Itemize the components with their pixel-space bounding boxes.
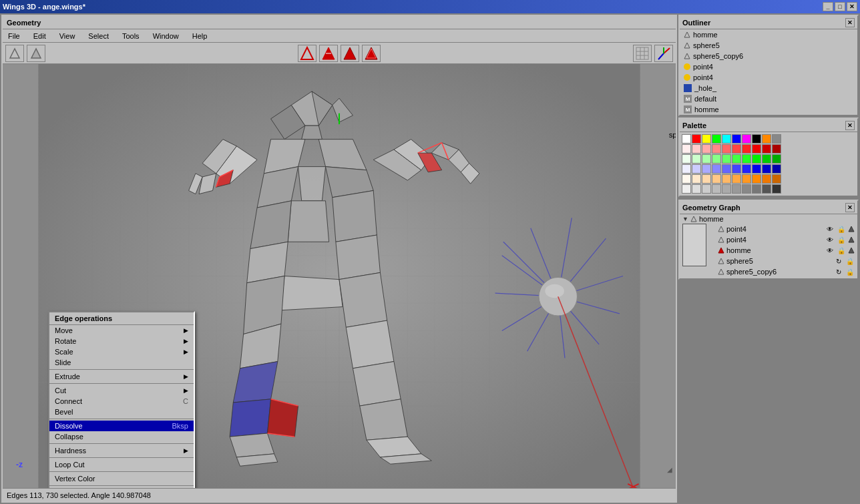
color-cell-21[interactable] (692, 154, 701, 164)
color-cell-51[interactable] (692, 184, 701, 194)
cm-item-cut[interactable]: Cut ▶ (49, 385, 194, 396)
cm-item-scale[interactable]: Scale ▶ (49, 346, 194, 357)
color-cell-28[interactable] (762, 154, 771, 164)
color-cell-34[interactable] (722, 164, 731, 174)
color-cell-26[interactable] (742, 154, 751, 164)
color-cell-27[interactable] (752, 154, 761, 164)
color-cell-53[interactable] (712, 184, 721, 194)
lock-icon-sphere5[interactable]: 🔒 (845, 256, 855, 266)
menu-edit[interactable]: Edit (31, 31, 49, 41)
view-mode-smooth[interactable] (341, 45, 359, 62)
refresh-icon-sphere5[interactable]: ↻ (834, 256, 843, 266)
color-cell-22[interactable] (702, 154, 711, 164)
cm-item-loopcut[interactable]: Loop Cut (49, 459, 194, 470)
color-cell-46[interactable] (742, 174, 751, 184)
color-cell-36[interactable] (742, 164, 751, 174)
color-cell-7[interactable] (752, 134, 761, 144)
color-cell-47[interactable] (752, 174, 761, 184)
redo-button[interactable] (27, 45, 45, 62)
cm-item-connect[interactable]: Connect C (49, 396, 194, 407)
expand-icon-root[interactable]: ▼ (682, 216, 688, 222)
outliner-close-button[interactable]: ✕ (845, 18, 855, 27)
color-cell-12[interactable] (702, 144, 711, 154)
outliner-item-default[interactable]: M default (680, 93, 857, 104)
cm-item-collapse[interactable]: Collapse (49, 431, 194, 442)
color-cell-0[interactable] (682, 134, 691, 144)
cm-item-extrude[interactable]: Extrude ▶ (49, 371, 194, 382)
cm-item-bevel[interactable]: Bevel (49, 407, 194, 417)
color-cell-15[interactable] (732, 144, 741, 154)
maximize-button[interactable]: □ (835, 2, 845, 11)
color-cell-42[interactable] (702, 174, 711, 184)
geometry-graph-close-button[interactable]: ✕ (845, 203, 855, 212)
color-cell-25[interactable] (732, 154, 741, 164)
color-cell-44[interactable] (722, 174, 731, 184)
menu-view[interactable]: View (57, 31, 78, 41)
refresh-icon-sphere5copy6[interactable]: ↻ (834, 267, 843, 276)
color-cell-16[interactable] (742, 144, 751, 154)
lock-icon-point4a[interactable]: 🔒 (837, 224, 846, 234)
color-cell-13[interactable] (712, 144, 721, 154)
grid-button[interactable] (633, 45, 652, 62)
color-cell-38[interactable] (762, 164, 771, 174)
color-cell-20[interactable] (682, 154, 691, 164)
color-cell-52[interactable] (702, 184, 711, 194)
eye-icon-point4b[interactable]: 👁 (825, 235, 835, 244)
color-cell-57[interactable] (752, 184, 761, 194)
color-cell-32[interactable] (702, 164, 711, 174)
eye-icon-homme[interactable]: 👁 (825, 246, 835, 255)
menu-window[interactable]: Window (150, 31, 182, 41)
color-cell-50[interactable] (682, 184, 691, 194)
color-cell-56[interactable] (742, 184, 751, 194)
outliner-item-point4a[interactable]: point4 (680, 61, 857, 72)
color-cell-49[interactable] (772, 174, 781, 184)
resize-handle[interactable]: ◢ (667, 466, 675, 474)
color-cell-23[interactable] (712, 154, 721, 164)
lock-icon-point4b[interactable]: 🔒 (837, 235, 846, 244)
view-mode-outline[interactable] (298, 45, 316, 62)
color-cell-35[interactable] (732, 164, 741, 174)
color-cell-3[interactable] (712, 134, 721, 144)
color-cell-55[interactable] (732, 184, 741, 194)
color-cell-30[interactable] (682, 164, 691, 174)
tri-up-icon-point4b[interactable] (848, 236, 855, 243)
color-cell-2[interactable] (702, 134, 711, 144)
color-cell-17[interactable] (752, 144, 761, 154)
outliner-item-hole[interactable]: _hole_ (680, 83, 857, 93)
color-cell-41[interactable] (692, 174, 701, 184)
color-cell-45[interactable] (732, 174, 741, 184)
outliner-item-sphere5[interactable]: sphere5 (680, 40, 857, 51)
menu-help[interactable]: Help (190, 31, 210, 41)
color-cell-33[interactable] (712, 164, 721, 174)
eye-icon-point4a[interactable]: 👁 (825, 224, 835, 234)
menu-file[interactable]: File (5, 31, 23, 41)
color-cell-48[interactable] (762, 174, 771, 184)
cm-item-hardness[interactable]: Hardness ▶ (49, 445, 194, 456)
color-cell-8[interactable] (762, 134, 771, 144)
color-cell-59[interactable] (772, 184, 781, 194)
color-cell-14[interactable] (722, 144, 731, 154)
close-button[interactable]: ✕ (847, 2, 857, 11)
cm-item-dissolve[interactable]: Dissolve Bksp (49, 421, 194, 431)
undo-button[interactable] (5, 45, 24, 62)
cm-item-intersect[interactable]: Intersect ▶ (49, 487, 194, 488)
view-mode-flat[interactable] (319, 45, 338, 62)
color-cell-6[interactable] (742, 134, 751, 144)
tri-up-icon-point4a[interactable] (848, 226, 855, 232)
color-cell-1[interactable] (692, 134, 701, 144)
cm-item-slide[interactable]: Slide (49, 357, 194, 368)
color-cell-9[interactable] (772, 134, 781, 144)
cm-item-move[interactable]: Move ▶ (49, 325, 194, 336)
color-cell-31[interactable] (692, 164, 701, 174)
color-cell-58[interactable] (762, 184, 771, 194)
menu-tools[interactable]: Tools (120, 31, 142, 41)
color-cell-10[interactable] (682, 144, 691, 154)
outliner-item-point4b[interactable]: point4 (680, 72, 857, 83)
color-cell-37[interactable] (752, 164, 761, 174)
color-cell-5[interactable] (732, 134, 741, 144)
view-mode-wire[interactable] (362, 45, 381, 62)
color-cell-39[interactable] (772, 164, 781, 174)
lock-icon-homme[interactable]: 🔒 (837, 246, 846, 255)
color-cell-43[interactable] (712, 174, 721, 184)
outliner-item-homme2[interactable]: M homme (680, 104, 857, 115)
